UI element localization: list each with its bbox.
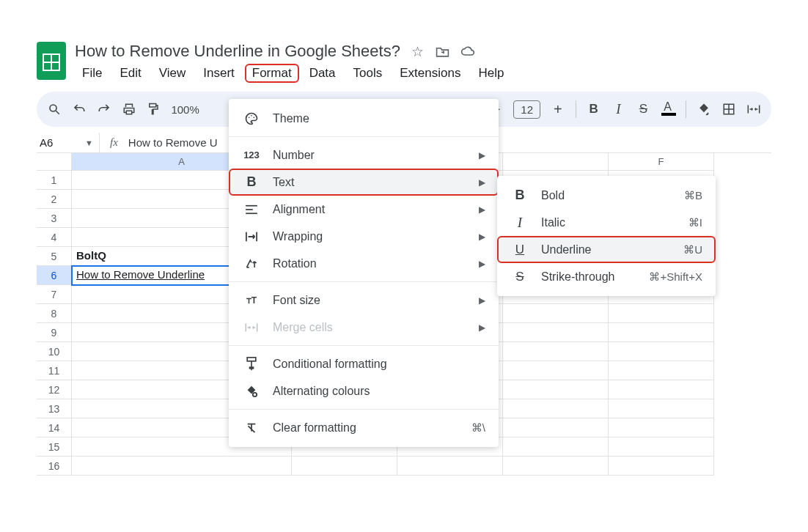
document-title[interactable]: How to Remove Underline in Google Sheets… — [75, 42, 400, 61]
zoom-level[interactable]: 100% — [171, 103, 199, 116]
menu-extensions[interactable]: Extensions — [392, 64, 468, 83]
rotation-icon — [243, 258, 260, 270]
cell[interactable] — [609, 399, 714, 418]
row-header[interactable]: 13 — [37, 399, 72, 418]
format-rotation[interactable]: Rotation ▶ — [229, 250, 499, 277]
text-underline[interactable]: U Underline ⌘U — [497, 236, 716, 263]
font-size-input[interactable]: 12 — [513, 100, 540, 119]
borders-button[interactable] — [721, 101, 736, 117]
cell[interactable] — [503, 437, 609, 457]
paint-format-icon[interactable] — [147, 101, 161, 117]
row-header[interactable]: 14 — [37, 418, 72, 437]
menu-label: Alternating colours — [273, 385, 370, 398]
row-header[interactable]: 2 — [37, 190, 72, 209]
bold-button[interactable]: B — [587, 102, 601, 117]
sheets-logo[interactable] — [37, 42, 66, 80]
row-header[interactable]: 6 — [37, 266, 72, 285]
fill-color-button[interactable] — [697, 101, 711, 117]
shortcut-label: ⌘+Shift+X — [649, 270, 702, 284]
cell[interactable] — [503, 342, 609, 361]
format-font-size[interactable]: ᴛT Font size ▶ — [229, 287, 499, 314]
strikethrough-button[interactable]: S — [636, 102, 650, 117]
format-text[interactable]: B Text ▶ — [229, 169, 499, 196]
select-all-corner[interactable] — [37, 153, 72, 171]
svg-line-1 — [56, 111, 59, 114]
cell[interactable] — [609, 361, 714, 380]
menu-help[interactable]: Help — [471, 64, 511, 83]
column-header[interactable] — [503, 153, 609, 171]
row-header[interactable]: 10 — [37, 342, 72, 361]
format-theme[interactable]: Theme — [229, 105, 499, 132]
menu-tools[interactable]: Tools — [346, 64, 390, 83]
move-icon[interactable] — [436, 44, 450, 59]
name-box[interactable]: A6 ▼ — [37, 133, 100, 152]
row-header[interactable]: 3 — [37, 209, 72, 228]
cell[interactable] — [609, 457, 714, 476]
menu-label: Strike-through — [541, 270, 615, 284]
cell[interactable] — [503, 304, 609, 323]
star-icon[interactable]: ☆ — [411, 44, 425, 59]
formula-input[interactable]: How to Remove U — [128, 136, 218, 149]
text-color-button[interactable] — [661, 101, 675, 117]
svg-point-5 — [249, 117, 250, 118]
cell[interactable] — [609, 437, 714, 457]
menu-file[interactable]: File — [75, 64, 109, 83]
menu-insert[interactable]: Insert — [196, 64, 242, 83]
font-size-increase[interactable]: + — [551, 101, 565, 118]
format-number[interactable]: 123 Number ▶ — [229, 141, 499, 169]
row-header[interactable]: 7 — [37, 285, 72, 304]
number-icon: 123 — [243, 149, 260, 160]
cell[interactable] — [503, 457, 609, 476]
undo-icon[interactable] — [72, 101, 87, 117]
cell[interactable] — [503, 380, 609, 399]
menu-view[interactable]: View — [152, 64, 194, 83]
row-header[interactable]: 16 — [37, 457, 72, 476]
format-merge-cells: Merge cells ▶ — [229, 314, 499, 341]
text-italic[interactable]: I Italic ⌘I — [497, 209, 716, 236]
conditional-icon — [243, 357, 260, 372]
cell[interactable] — [503, 418, 609, 437]
redo-icon[interactable] — [97, 101, 111, 117]
row-header[interactable]: 5 — [37, 247, 72, 266]
print-icon[interactable] — [122, 101, 136, 117]
menu-format[interactable]: Format — [245, 64, 299, 83]
chevron-down-icon: ▼ — [85, 138, 93, 147]
row-header[interactable]: 9 — [37, 323, 72, 342]
column-header-f[interactable]: F — [609, 153, 714, 171]
cell[interactable] — [503, 323, 609, 342]
merge-button[interactable] — [746, 101, 761, 117]
cell[interactable] — [72, 457, 292, 476]
format-alignment[interactable]: Alignment ▶ — [229, 196, 499, 223]
row-header[interactable]: 4 — [37, 228, 72, 247]
cell[interactable] — [609, 342, 714, 361]
row-header[interactable]: 1 — [37, 171, 72, 190]
cell[interactable] — [503, 361, 609, 380]
italic-button[interactable]: I — [611, 101, 626, 117]
menu-label: Theme — [273, 112, 309, 125]
format-wrapping[interactable]: Wrapping ▶ — [229, 223, 499, 250]
cloud-status-icon[interactable] — [460, 44, 475, 59]
menu-label: Conditional formatting — [273, 358, 387, 371]
text-strikethrough[interactable]: S Strike-through ⌘+Shift+X — [497, 263, 716, 290]
text-bold[interactable]: B Bold ⌘B — [497, 182, 716, 209]
cell[interactable] — [292, 457, 397, 476]
cell[interactable] — [397, 457, 503, 476]
row-header[interactable]: 15 — [37, 437, 72, 457]
cell[interactable] — [609, 380, 714, 399]
format-alternating-colours[interactable]: Alternating colours — [229, 377, 499, 404]
search-icon[interactable] — [47, 101, 62, 117]
cell[interactable] — [609, 323, 714, 342]
row-header[interactable]: 12 — [37, 380, 72, 399]
cell[interactable] — [609, 304, 714, 323]
format-conditional[interactable]: Conditional formatting — [229, 350, 499, 377]
row-header[interactable]: 8 — [37, 304, 72, 323]
menu-data[interactable]: Data — [302, 64, 343, 83]
menu-edit[interactable]: Edit — [112, 64, 148, 83]
cell[interactable] — [609, 418, 714, 437]
row-header[interactable]: 11 — [37, 361, 72, 380]
cell[interactable] — [503, 399, 609, 418]
chevron-right-icon: ▶ — [479, 150, 485, 160]
format-clear[interactable]: Clear formatting ⌘\ — [229, 414, 499, 441]
menu-label: Underline — [541, 243, 591, 256]
bold-icon: B — [243, 174, 260, 190]
